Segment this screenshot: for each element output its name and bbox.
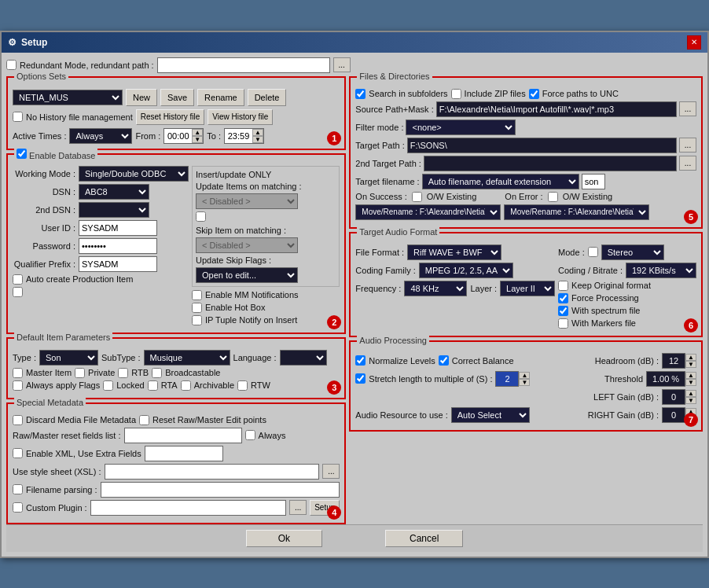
update-items-dropdown[interactable]: < Disabled > xyxy=(196,193,298,209)
always-apply-checkbox[interactable] xyxy=(13,380,23,391)
mode-checkbox[interactable] xyxy=(588,247,598,257)
broadcastable-checkbox[interactable] xyxy=(152,368,162,378)
source-path-input[interactable] xyxy=(436,101,677,117)
coding-family-dropdown[interactable]: MPEG 1/2, 2.5, AAC xyxy=(419,263,513,278)
filter-mode-dropdown[interactable]: <none> xyxy=(406,119,516,135)
raw-master-input[interactable] xyxy=(124,428,242,443)
subtype-dropdown[interactable]: Musique xyxy=(144,350,230,366)
mode-dropdown[interactable]: Stereo xyxy=(601,244,664,260)
enable-xml-input[interactable] xyxy=(145,446,223,461)
options-sets-dropdown[interactable]: NETIA_MUS xyxy=(13,90,123,105)
file-format-dropdown[interactable]: Riff WAVE + BWF xyxy=(407,244,501,260)
normalize-checkbox[interactable] xyxy=(355,355,366,366)
stretch-input[interactable] xyxy=(495,371,519,387)
from-time-up[interactable]: ▲ xyxy=(192,129,203,136)
enable-mm-checkbox[interactable] xyxy=(192,290,202,300)
left-gain-up[interactable]: ▲ xyxy=(685,390,696,397)
keep-original-checkbox[interactable] xyxy=(558,281,568,291)
from-time-input[interactable] xyxy=(164,129,192,143)
right-gain-input[interactable] xyxy=(662,407,685,423)
no-history-checkbox[interactable] xyxy=(13,112,23,122)
stretch-checkbox[interactable] xyxy=(355,373,366,384)
discard-checkbox[interactable] xyxy=(13,415,23,425)
threshold-down[interactable]: ▼ xyxy=(685,379,696,386)
to-time-input[interactable] xyxy=(225,129,252,143)
headroom-down[interactable]: ▼ xyxy=(685,361,696,368)
custom-plugin-input[interactable] xyxy=(90,500,287,516)
source-path-browse[interactable]: ... xyxy=(679,101,696,116)
close-button[interactable]: ✕ xyxy=(687,35,701,50)
ok-button[interactable]: Ok xyxy=(246,530,322,547)
qualifier-input[interactable] xyxy=(79,256,157,272)
target2-path-input[interactable] xyxy=(424,156,677,171)
target-path-browse[interactable]: ... xyxy=(679,138,696,153)
save-button[interactable]: Save xyxy=(160,89,194,106)
dsn-dropdown[interactable]: ABC8 xyxy=(79,184,149,200)
update-skip-dropdown[interactable]: Open to edit... xyxy=(196,267,298,283)
coding-bitrate-dropdown[interactable]: 192 KBits/s xyxy=(626,263,696,278)
markers-checkbox[interactable] xyxy=(558,318,568,329)
dsn2-dropdown[interactable] xyxy=(79,202,149,218)
on-success-dropdown[interactable]: Move/Rename : F:\Alexandre\Netia\ xyxy=(355,204,501,220)
rtw-checkbox[interactable] xyxy=(237,380,248,391)
reset-history-button[interactable]: Reset History file xyxy=(136,109,205,125)
update-items-check[interactable] xyxy=(196,211,206,222)
cancel-button[interactable]: Cancel xyxy=(385,530,463,547)
redundant-path-input[interactable] xyxy=(157,57,330,73)
to-time-down[interactable]: ▼ xyxy=(252,136,263,143)
on-error-dropdown[interactable]: Move/Rename : F:\Alexandre\Netia\ xyxy=(504,204,649,220)
force-paths-checkbox[interactable] xyxy=(529,89,539,99)
ip-tuple-checkbox[interactable] xyxy=(192,315,202,325)
redundant-checkbox[interactable] xyxy=(6,60,17,70)
password-input[interactable] xyxy=(79,238,157,254)
force-processing-checkbox[interactable] xyxy=(558,293,568,303)
style-sheet-browse[interactable]: ... xyxy=(322,464,340,479)
frequency-dropdown[interactable]: 48 KHz xyxy=(404,281,467,296)
locked-checkbox[interactable] xyxy=(103,380,113,391)
rtb-checkbox[interactable] xyxy=(118,368,128,378)
headroom-up[interactable]: ▲ xyxy=(685,354,696,361)
spectrum-checkbox[interactable] xyxy=(558,306,568,316)
style-sheet-input[interactable] xyxy=(105,464,320,480)
custom-plugin-browse[interactable]: ... xyxy=(289,500,307,515)
from-time-down[interactable]: ▼ xyxy=(192,136,203,143)
search-subfolders-checkbox[interactable] xyxy=(355,89,366,99)
master-item-checkbox[interactable] xyxy=(13,368,23,378)
stretch-down[interactable]: ▼ xyxy=(519,379,530,386)
enable-xml-checkbox[interactable] xyxy=(13,448,23,458)
left-gain-down[interactable]: ▼ xyxy=(685,397,696,404)
auto-create-checkbox[interactable] xyxy=(13,274,23,285)
threshold-input[interactable] xyxy=(646,371,685,387)
userid-input[interactable] xyxy=(79,220,157,236)
view-history-button[interactable]: View History file xyxy=(208,109,273,125)
correct-balance-checkbox[interactable] xyxy=(439,355,449,366)
archivable-checkbox[interactable] xyxy=(181,380,191,391)
left-gain-input[interactable] xyxy=(662,389,685,405)
db-extra-checkbox[interactable] xyxy=(13,287,23,297)
on-error-ow-checkbox[interactable] xyxy=(548,192,558,202)
working-mode-dropdown[interactable]: Single/Double ODBC xyxy=(79,166,189,182)
headroom-input[interactable] xyxy=(662,353,685,369)
threshold-up[interactable]: ▲ xyxy=(685,372,696,379)
layer-dropdown[interactable]: Layer II xyxy=(500,281,555,296)
always-checkbox[interactable] xyxy=(245,430,255,440)
filename-parsing-input[interactable] xyxy=(101,482,340,498)
enable-db-checkbox[interactable] xyxy=(17,149,27,159)
custom-plugin-checkbox[interactable] xyxy=(13,502,23,513)
on-success-ow-checkbox[interactable] xyxy=(412,192,422,202)
target2-path-browse[interactable]: ... xyxy=(679,156,696,171)
rename-button[interactable]: Rename xyxy=(197,89,244,106)
filename-parsing-checkbox[interactable] xyxy=(13,484,23,494)
to-time-up[interactable]: ▲ xyxy=(252,129,263,136)
skip-item-dropdown[interactable]: < Disabled > xyxy=(196,237,298,253)
redundant-browse-btn[interactable]: ... xyxy=(333,57,351,72)
target-path-input[interactable] xyxy=(407,138,677,153)
enable-hot-checkbox[interactable] xyxy=(192,303,202,313)
language-dropdown[interactable] xyxy=(280,350,327,366)
audio-resource-dropdown[interactable]: Auto Select xyxy=(451,407,530,423)
private-checkbox[interactable] xyxy=(75,368,85,378)
stretch-up[interactable]: ▲ xyxy=(519,372,530,379)
target-filename-dropdown[interactable]: Auto filename, default extension xyxy=(422,174,579,189)
reset-raw-checkbox[interactable] xyxy=(139,415,149,425)
type-dropdown[interactable]: Son xyxy=(39,350,98,366)
